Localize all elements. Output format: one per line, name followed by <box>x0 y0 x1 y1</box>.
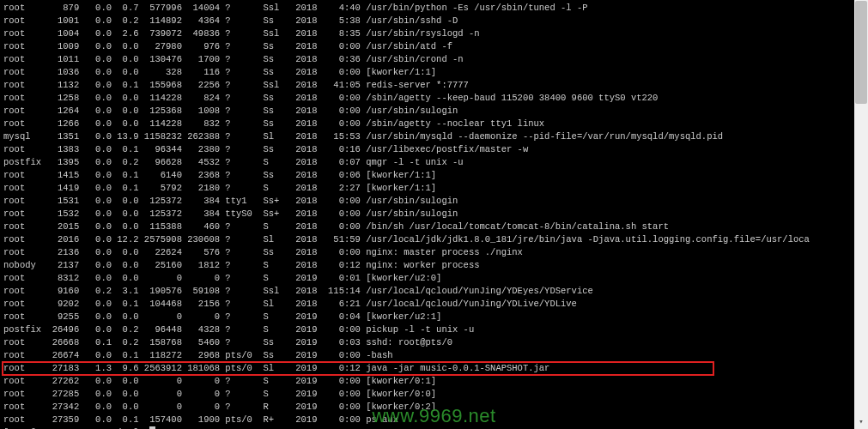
process-row: root 9202 0.0 0.1 104468 2156 ? Sl 2018 … <box>3 298 865 311</box>
process-row: root 26668 0.1 0.2 158768 5460 ? Ss 2019… <box>3 336 865 349</box>
process-row: root 27342 0.0 0.0 0 0 ? R 2019 0:00 [kw… <box>3 401 865 414</box>
process-row: root 27183 1.3 9.6 2563912 181068 pts/0 … <box>3 362 865 375</box>
process-row: postfix 26496 0.0 0.2 96448 4328 ? S 201… <box>3 323 865 336</box>
process-row: root 27285 0.0 0.0 0 0 ? S 2019 0:00 [kw… <box>3 388 865 401</box>
process-row: root 1001 0.0 0.2 114892 4364 ? Ss 2018 … <box>3 15 865 27</box>
process-row: root 1132 0.0 0.1 155968 2256 ? Ssl 2018… <box>3 79 865 92</box>
process-row: root 9255 0.0 0.0 0 0 ? S 2019 0:04 [kwo… <box>3 311 865 323</box>
process-row: nobody 2137 0.0 0.0 25160 1812 ? S 2018 … <box>3 259 865 272</box>
process-row: root 2015 0.0 0.0 115388 460 ? S 2018 0:… <box>3 221 865 233</box>
process-row: root 2016 0.0 12.2 2575908 230608 ? Sl 2… <box>3 233 865 246</box>
process-row: root 1532 0.0 0.0 125372 384 ttyS0 Ss+ 2… <box>3 208 865 221</box>
process-row: root 9160 0.2 3.1 190576 59108 ? Ssl 201… <box>3 285 865 298</box>
process-row: root 1383 0.0 0.1 96344 2380 ? Ss 2018 0… <box>3 143 865 156</box>
process-row: root 8312 0.0 0.0 0 0 ? S 2019 0:01 [kwo… <box>3 272 865 285</box>
process-row: root 2136 0.0 0.0 22624 576 ? Ss 2018 0:… <box>3 246 865 259</box>
process-row: root 26674 0.0 0.1 118272 2968 pts/0 Ss … <box>3 349 865 362</box>
process-row: root 1264 0.0 0.0 125368 1008 ? Ss 2018 … <box>3 105 865 118</box>
process-row: root 1419 0.0 0.1 5792 2180 ? S 2018 2:2… <box>3 182 865 195</box>
process-row: postfix 1395 0.0 0.2 96628 4532 ? S 2018… <box>3 156 865 169</box>
process-row: root 27359 0.0 0.1 157400 1900 pts/0 R+ … <box>3 414 865 426</box>
scrollbar[interactable]: ▴ ▾ <box>854 0 868 429</box>
terminal-output[interactable]: root 879 0.0 0.7 577996 14004 ? Ssl 2018… <box>0 0 868 429</box>
process-row: root 1415 0.0 0.1 6140 2368 ? Ss 2018 0:… <box>3 169 865 182</box>
process-row: root 1004 0.0 2.6 739072 49836 ? Ssl 201… <box>3 27 865 40</box>
process-row: root 1266 0.0 0.0 114228 832 ? Ss 2018 0… <box>3 118 865 130</box>
process-row: root 1258 0.0 0.0 114228 824 ? Ss 2018 0… <box>3 92 865 105</box>
process-row: root 27262 0.0 0.0 0 0 ? S 2019 0:00 [kw… <box>3 375 865 388</box>
scroll-down-icon[interactable]: ▾ <box>854 415 868 429</box>
process-row: root 1011 0.0 0.0 130476 1700 ? Ss 2018 … <box>3 53 865 66</box>
process-row: root 879 0.0 0.7 577996 14004 ? Ssl 2018… <box>3 2 865 15</box>
process-row: root 1009 0.0 0.0 27980 976 ? Ss 2018 0:… <box>3 40 865 53</box>
process-row: root 1036 0.0 0.0 328 116 ? Ss 2018 0:00… <box>3 66 865 79</box>
process-row: mysql 1351 0.0 13.9 1158232 262388 ? Sl … <box>3 130 865 143</box>
process-row: root 1531 0.0 0.0 125372 384 tty1 Ss+ 20… <box>3 195 865 208</box>
scrollbar-thumb[interactable] <box>855 1 867 104</box>
